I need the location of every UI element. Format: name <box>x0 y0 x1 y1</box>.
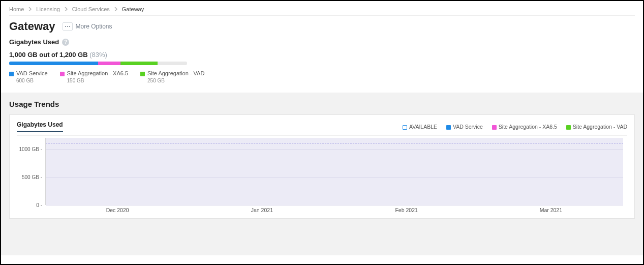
legend-label: Site Aggregation - VAD <box>147 70 204 76</box>
page-header: Gateway More Options <box>9 20 635 33</box>
chart-legend-item: VAD Service <box>446 124 483 130</box>
legend-swatch <box>492 125 497 130</box>
legend-swatch <box>446 125 451 130</box>
legend-label: Site Aggregation - VAD <box>573 124 627 130</box>
usage-legend-item: Site Aggregation - XA6.5150 GB <box>60 70 128 83</box>
breadcrumb-current: Gateway <box>122 6 144 12</box>
divider <box>9 15 635 16</box>
chart-reference-line <box>46 143 623 144</box>
legend-swatch <box>140 72 145 76</box>
svg-point-1 <box>67 26 68 27</box>
chart-gridline <box>46 177 623 178</box>
svg-point-0 <box>65 26 66 27</box>
chart-plot-area <box>45 138 623 205</box>
legend-swatch <box>9 72 14 76</box>
usage-legend-item: VAD Service600 GB <box>9 70 48 83</box>
page-title: Gateway <box>9 20 55 33</box>
legend-swatch <box>403 125 407 130</box>
gigabytes-used-label: Gigabytes Used <box>9 38 59 46</box>
more-options-button[interactable]: More Options <box>63 22 112 31</box>
more-options-label: More Options <box>76 23 112 30</box>
chart-y-tick-label: 500 GB - <box>22 174 42 180</box>
legend-label: Site Aggregation - XA6.5 <box>67 70 128 76</box>
chevron-right-icon <box>64 7 68 11</box>
breadcrumb-link-cloud-services[interactable]: Cloud Services <box>72 6 110 12</box>
chart-legend-item: Site Aggregation - XA6.5 <box>492 124 557 130</box>
divider <box>17 135 627 136</box>
chart-y-tick-label: 0 - <box>36 202 42 208</box>
usage-legend: VAD Service600 GBSite Aggregation - XA6.… <box>9 70 635 83</box>
usage-progress-bar <box>9 62 187 65</box>
chart-x-tick-label: Feb 2021 <box>395 207 417 213</box>
legend-swatch <box>60 72 65 76</box>
gigabytes-used-heading: Gigabytes Used ? <box>9 38 635 46</box>
chart-x-tick-label: Jan 2021 <box>251 207 273 213</box>
chart-tab-gigabytes-used[interactable]: Gigabytes Used <box>17 121 63 132</box>
chart-gridline <box>46 149 623 150</box>
legend-swatch <box>566 125 571 130</box>
chart-x-axis: Dec 2020Jan 2021Feb 2021Mar 2021 <box>45 205 623 214</box>
legend-value: 250 GB <box>147 78 204 83</box>
usage-trends-card: Gigabytes Used AVAILABLEVAD ServiceSite … <box>9 114 635 219</box>
breadcrumb-link-home[interactable]: Home <box>9 6 24 12</box>
chart-legend-item: AVAILABLE <box>403 124 437 130</box>
usage-summary: 1,000 GB out of 1,200 GB (83%) <box>9 51 635 58</box>
chart-y-axis: 0 -500 GB -1000 GB - <box>17 138 44 205</box>
chart-y-tick-label: 1000 GB - <box>19 146 42 152</box>
chart-card-header: Gigabytes Used AVAILABLEVAD ServiceSite … <box>17 121 627 132</box>
usage-trends-section: Usage Trends Gigabytes Used AVAILABLEVAD… <box>1 93 643 255</box>
progress-segment <box>9 62 98 65</box>
chevron-right-icon <box>114 7 118 11</box>
legend-value: 600 GB <box>16 78 48 83</box>
legend-label: VAD Service <box>16 70 48 76</box>
usage-summary-text: 1,000 GB out of 1,200 GB <box>9 51 88 58</box>
breadcrumb: Home Licensing Cloud Services Gateway <box>9 5 635 15</box>
stacked-bar-chart: 0 -500 GB -1000 GB - Dec 2020Jan 2021Feb… <box>17 138 627 214</box>
info-icon[interactable]: ? <box>62 39 69 46</box>
svg-point-2 <box>69 26 70 27</box>
ellipsis-icon <box>63 22 73 31</box>
chart-x-tick-label: Mar 2021 <box>540 207 562 213</box>
legend-value: 150 GB <box>67 78 128 83</box>
usage-legend-item: Site Aggregation - VAD250 GB <box>140 70 204 83</box>
breadcrumb-link-licensing[interactable]: Licensing <box>36 6 59 12</box>
chevron-right-icon <box>28 7 32 11</box>
chart-x-tick-label: Dec 2020 <box>106 207 129 213</box>
progress-segment <box>120 62 158 65</box>
usage-trends-heading: Usage Trends <box>9 100 635 108</box>
progress-segment <box>98 62 120 65</box>
chart-legend-item: Site Aggregation - VAD <box>566 124 627 130</box>
legend-label: AVAILABLE <box>409 124 437 130</box>
usage-summary-pct: (83%) <box>89 51 107 58</box>
chart-legend: AVAILABLEVAD ServiceSite Aggregation - X… <box>403 124 627 130</box>
legend-label: Site Aggregation - XA6.5 <box>499 124 557 130</box>
legend-label: VAD Service <box>453 124 483 130</box>
